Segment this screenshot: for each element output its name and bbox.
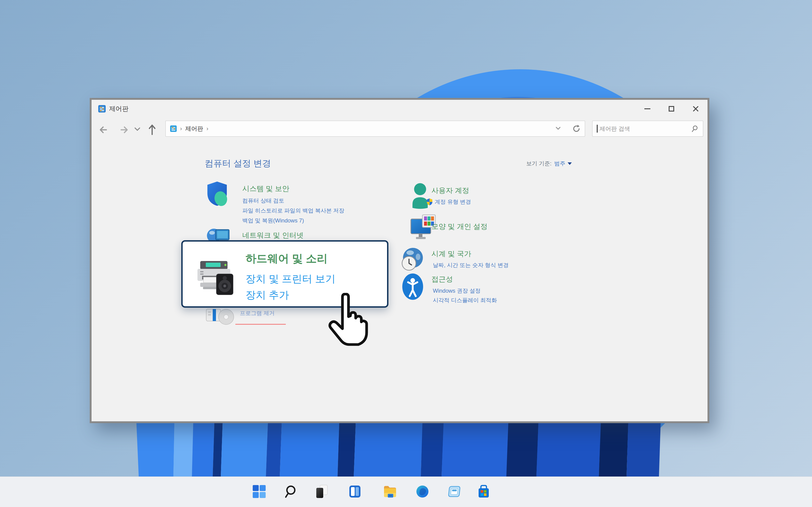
close-button[interactable] bbox=[683, 100, 708, 118]
search-icon[interactable] bbox=[691, 125, 699, 132]
file-explorer-icon[interactable] bbox=[383, 485, 397, 499]
minimize-icon bbox=[644, 108, 650, 109]
user-icon[interactable] bbox=[412, 183, 429, 209]
link-windows-suggested-settings[interactable]: Windows 권장 설정 bbox=[433, 286, 497, 295]
minimize-button[interactable] bbox=[636, 100, 659, 118]
globe-clock-icon[interactable] bbox=[401, 247, 423, 273]
category-network-internet[interactable]: 네트워크 및 인터넷 bbox=[242, 230, 304, 240]
system-security-links: 컴퓨터 상태 검토 파일 히스토리로 파일의 백업 복사본 저장 백업 및 복원… bbox=[242, 195, 344, 225]
refresh-icon[interactable] bbox=[572, 124, 581, 133]
window-title: 제어판 bbox=[109, 104, 129, 113]
link-add-device[interactable]: 장치 추가 bbox=[246, 288, 289, 302]
control-panel-window: 제어판 › bbox=[90, 98, 709, 423]
control-panel-icon bbox=[98, 105, 106, 113]
up-button[interactable] bbox=[145, 122, 159, 137]
ease-of-access-links: Windows 권장 설정 시각적 디스플레이 최적화 bbox=[433, 286, 497, 305]
page-title: 컴퓨터 설정 변경 bbox=[205, 158, 271, 169]
disc-usb-icon[interactable] bbox=[206, 308, 236, 325]
link-view-devices-printers[interactable]: 장치 및 프린터 보기 bbox=[246, 272, 336, 286]
category-hardware-sound[interactable]: 하드웨어 및 소리 bbox=[246, 251, 327, 266]
user-accounts-sublink-row: 계정 유형 변경 bbox=[426, 198, 471, 206]
link-check-computer-status[interactable]: 컴퓨터 상태 검토 bbox=[242, 195, 344, 206]
category-ease-of-access[interactable]: 접근성 bbox=[432, 274, 453, 284]
hand-cursor bbox=[325, 293, 370, 350]
link-optimize-visual-display[interactable]: 시각적 디스플레이 최적화 bbox=[433, 295, 497, 305]
breadcrumb-separator: › bbox=[206, 125, 208, 132]
address-dropdown-chevron-icon[interactable] bbox=[555, 126, 562, 132]
toolbar: › 제어판 › 제어판 검색 bbox=[92, 118, 708, 142]
printer-speaker-icon[interactable] bbox=[194, 261, 235, 296]
search-input[interactable]: 제어판 검색 bbox=[592, 121, 703, 137]
triangle-down-icon bbox=[568, 162, 572, 165]
breadcrumb-separator: › bbox=[180, 125, 182, 132]
windows-start-button[interactable] bbox=[252, 485, 266, 499]
edge-icon[interactable] bbox=[415, 485, 429, 499]
red-underline-highlight bbox=[235, 324, 286, 325]
task-view-icon[interactable] bbox=[315, 485, 329, 499]
maximize-icon bbox=[669, 106, 674, 112]
category-user-accounts[interactable]: 사용자 계정 bbox=[432, 186, 469, 195]
breadcrumb-control-panel-icon bbox=[170, 125, 177, 132]
link-file-history-backup[interactable]: 파일 히스토리로 파일의 백업 복사본 저장 bbox=[242, 206, 344, 216]
close-icon bbox=[692, 106, 699, 112]
view-by-control[interactable]: 보기 기준: 범주 bbox=[526, 160, 572, 167]
link-uninstall-program[interactable]: 프로그램 제거 bbox=[240, 309, 275, 317]
back-button[interactable] bbox=[97, 122, 112, 137]
maximize-button[interactable] bbox=[659, 100, 683, 118]
accessibility-icon[interactable] bbox=[402, 273, 423, 300]
taskbar bbox=[0, 476, 812, 507]
microsoft-store-icon[interactable] bbox=[477, 485, 491, 499]
view-by-value[interactable]: 범주 bbox=[554, 160, 565, 167]
desktops-icon[interactable] bbox=[447, 485, 461, 499]
address-bar[interactable]: › 제어판 › bbox=[165, 121, 585, 137]
widgets-icon[interactable] bbox=[348, 485, 362, 499]
search-placeholder: 제어판 검색 bbox=[600, 125, 691, 132]
shield-icon[interactable] bbox=[206, 181, 228, 207]
view-by-label: 보기 기준: bbox=[526, 160, 551, 167]
category-appearance-personalization[interactable]: 모양 및 개인 설정 bbox=[432, 222, 488, 231]
uac-shield-icon bbox=[426, 198, 433, 206]
titlebar: 제어판 bbox=[92, 100, 708, 118]
link-backup-restore-win7[interactable]: 백업 및 복원(Windows 7) bbox=[242, 216, 344, 225]
breadcrumb-control-panel[interactable]: 제어판 bbox=[185, 125, 203, 133]
clock-region-sublink-row: 날짜, 시간 또는 숫자 형식 변경 bbox=[433, 262, 509, 269]
forward-button[interactable] bbox=[116, 122, 131, 137]
category-system-security[interactable]: 시스템 및 보안 bbox=[242, 184, 289, 193]
link-change-date-time-number-format[interactable]: 날짜, 시간 또는 숫자 형식 변경 bbox=[433, 262, 509, 269]
taskbar-search-icon[interactable] bbox=[284, 485, 297, 499]
link-change-account-type[interactable]: 계정 유형 변경 bbox=[435, 198, 471, 206]
category-clock-region[interactable]: 시계 및 국가 bbox=[432, 249, 471, 259]
recent-pages-chevron-icon[interactable] bbox=[133, 126, 142, 133]
text-caret bbox=[597, 125, 598, 132]
